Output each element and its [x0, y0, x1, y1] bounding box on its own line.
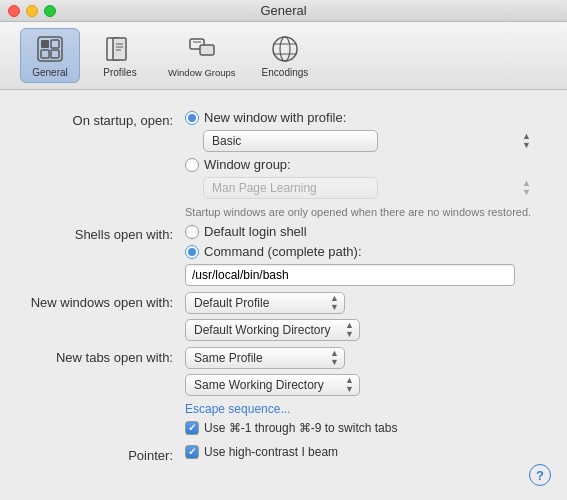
new-windows-dir-select[interactable]: Default Working Directory Same Working D… [185, 319, 360, 341]
maximize-button[interactable] [44, 5, 56, 17]
shells-row: Shells open with: Default login shell Co… [30, 224, 537, 286]
toolbar-encodings-label: Encodings [262, 67, 309, 78]
window-group-select-wrap: Man Page Learning ▲▼ [203, 177, 537, 199]
toolbar-profiles-label: Profiles [103, 67, 136, 78]
svg-rect-11 [200, 45, 214, 55]
default-login-radio[interactable] [185, 225, 199, 239]
new-windows-row: New windows open with: Default Profile S… [30, 292, 537, 341]
shells-controls: Default login shell Command (complete pa… [185, 224, 537, 286]
contrast-beam-checkbox[interactable] [185, 445, 199, 459]
new-tabs-dir-select[interactable]: Same Working Directory Default Working D… [185, 374, 360, 396]
window-group-radio[interactable] [185, 158, 199, 172]
help-button[interactable]: ? [529, 464, 551, 486]
switch-tabs-label: Use ⌘-1 through ⌘-9 to switch tabs [204, 421, 397, 435]
new-windows-profile-row: Default Profile Same Profile ▲▼ [185, 292, 537, 314]
profile-select[interactable]: Basic Default [203, 130, 378, 152]
window-group-option[interactable]: Window group: [185, 157, 537, 172]
new-tabs-dir-row: Same Working Directory Default Working D… [185, 374, 537, 396]
pointer-label: Pointer: [30, 445, 185, 465]
command-radio[interactable] [185, 245, 199, 259]
new-window-radio[interactable] [185, 111, 199, 125]
switch-tabs-row[interactable]: Use ⌘-1 through ⌘-9 to switch tabs [185, 421, 537, 435]
new-window-label: New window with profile: [204, 110, 346, 125]
toolbar-item-general[interactable]: General [20, 28, 80, 83]
svg-rect-4 [51, 50, 59, 58]
contrast-beam-row[interactable]: Use high-contrast I beam [185, 445, 537, 459]
new-tabs-profile-select[interactable]: Same Profile Default Profile [185, 347, 345, 369]
profile-select-wrap: Basic Default ▲▼ [203, 130, 537, 152]
svg-point-13 [273, 37, 297, 61]
toolbar: General Profiles Window Groups [0, 22, 567, 90]
svg-point-14 [280, 37, 290, 61]
toolbar-item-window-groups[interactable]: Window Groups [160, 29, 244, 82]
new-windows-dir-wrap: Default Working Directory Same Working D… [185, 319, 360, 341]
traffic-lights [8, 5, 56, 17]
new-window-option[interactable]: New window with profile: [185, 110, 537, 125]
command-input[interactable] [185, 264, 515, 286]
new-tabs-controls: Same Profile Default Profile ▲▼ Same Wor… [185, 347, 537, 396]
new-windows-dir-row: Default Working Directory Same Working D… [185, 319, 537, 341]
new-windows-profile-wrap: Default Profile Same Profile ▲▼ [185, 292, 345, 314]
new-tabs-row: New tabs open with: Same Profile Default… [30, 347, 537, 396]
svg-rect-3 [41, 50, 49, 58]
window-group-select-arrow: ▲▼ [522, 179, 531, 197]
svg-rect-2 [51, 40, 59, 48]
escape-controls: Escape sequence... Use ⌘-1 through ⌘-9 t… [185, 402, 537, 439]
toolbar-item-encodings[interactable]: Encodings [254, 29, 317, 82]
new-tabs-profile-wrap: Same Profile Default Profile ▲▼ [185, 347, 345, 369]
new-windows-controls: Default Profile Same Profile ▲▼ Default … [185, 292, 537, 341]
profile-select-arrow: ▲▼ [522, 132, 531, 150]
new-tabs-profile-row: Same Profile Default Profile ▲▼ [185, 347, 537, 369]
contrast-beam-label: Use high-contrast I beam [204, 445, 338, 459]
encodings-icon [269, 33, 301, 65]
close-button[interactable] [8, 5, 20, 17]
escape-sequence-link[interactable]: Escape sequence... [185, 402, 537, 416]
new-windows-label: New windows open with: [30, 292, 185, 312]
toolbar-general-label: General [32, 67, 68, 78]
startup-label: On startup, open: [30, 110, 185, 130]
escape-row: Escape sequence... Use ⌘-1 through ⌘-9 t… [30, 402, 537, 439]
profiles-icon [104, 33, 136, 65]
startup-row: On startup, open: New window with profil… [30, 110, 537, 218]
svg-rect-6 [113, 38, 126, 60]
window-groups-icon [186, 33, 218, 65]
minimize-button[interactable] [26, 5, 38, 17]
svg-rect-1 [41, 40, 49, 48]
new-tabs-label: New tabs open with: [30, 347, 185, 367]
toolbar-item-profiles[interactable]: Profiles [90, 29, 150, 82]
toolbar-window-groups-label: Window Groups [168, 67, 236, 78]
startup-controls: New window with profile: Basic Default ▲… [185, 110, 537, 218]
main-content: On startup, open: New window with profil… [0, 90, 567, 491]
new-windows-profile-select[interactable]: Default Profile Same Profile [185, 292, 345, 314]
switch-tabs-checkbox[interactable] [185, 421, 199, 435]
escape-label-spacer [30, 402, 185, 404]
new-tabs-dir-wrap: Same Working Directory Default Working D… [185, 374, 360, 396]
shells-label: Shells open with: [30, 224, 185, 244]
window-title: General [260, 3, 306, 18]
general-icon [34, 33, 66, 65]
pointer-controls: Use high-contrast I beam [185, 445, 537, 463]
titlebar: General [0, 0, 567, 22]
window-group-select[interactable]: Man Page Learning [203, 177, 378, 199]
window-group-label: Window group: [204, 157, 291, 172]
command-label: Command (complete path): [204, 244, 362, 259]
startup-info: Startup windows are only opened when the… [185, 206, 537, 218]
default-login-label: Default login shell [204, 224, 307, 239]
pointer-row: Pointer: Use high-contrast I beam [30, 445, 537, 465]
default-login-option[interactable]: Default login shell [185, 224, 537, 239]
command-option[interactable]: Command (complete path): [185, 244, 537, 259]
